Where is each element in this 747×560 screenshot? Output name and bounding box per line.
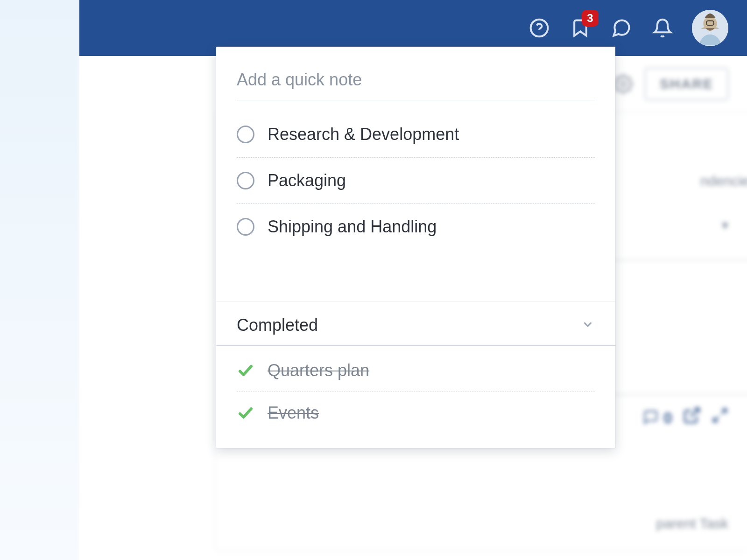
quick-note-panel: Research & Development Packaging Shippin… bbox=[216, 47, 615, 448]
user-avatar[interactable] bbox=[692, 10, 728, 46]
completed-task-list: Quarters plan Events bbox=[216, 346, 615, 434]
quick-note-input[interactable] bbox=[237, 70, 595, 100]
completed-heading: Completed bbox=[237, 315, 318, 335]
tab-label: ndencies bbox=[700, 173, 747, 189]
chevron-down-icon bbox=[581, 317, 595, 333]
task-label: Packaging bbox=[268, 171, 346, 190]
parent-task-label: parent Task bbox=[656, 516, 728, 532]
bookmark-icon[interactable]: 3 bbox=[569, 16, 592, 40]
open-task-list: Research & Development Packaging Shippin… bbox=[216, 108, 615, 250]
expand-icon[interactable] bbox=[712, 407, 728, 428]
bell-icon[interactable] bbox=[651, 16, 674, 40]
chat-icon[interactable] bbox=[610, 16, 633, 40]
task-action-icons: 0 bbox=[643, 406, 728, 429]
help-icon[interactable] bbox=[528, 16, 551, 40]
note-input-row bbox=[216, 47, 615, 108]
task-item-research-development[interactable]: Research & Development bbox=[237, 112, 595, 158]
dropdown-caret-icon[interactable]: ▾ bbox=[722, 217, 728, 233]
completed-toggle[interactable]: Completed bbox=[216, 301, 615, 346]
task-item-shipping-handling[interactable]: Shipping and Handling bbox=[237, 204, 595, 250]
check-icon bbox=[237, 404, 254, 422]
task-item-packaging[interactable]: Packaging bbox=[237, 158, 595, 204]
completed-task-label: Events bbox=[268, 403, 319, 423]
left-gradient-strip bbox=[0, 0, 79, 560]
radio-unchecked-icon[interactable] bbox=[237, 172, 254, 189]
notification-badge: 3 bbox=[582, 10, 599, 27]
completed-task-label: Quarters plan bbox=[268, 361, 369, 380]
settings-gear-icon[interactable] bbox=[612, 73, 634, 95]
task-label: Research & Development bbox=[268, 125, 459, 144]
radio-unchecked-icon[interactable] bbox=[237, 126, 254, 143]
completed-section: Completed Quarters plan Events bbox=[216, 301, 615, 434]
share-button[interactable]: SHARE bbox=[645, 68, 728, 100]
completed-item-quarters-plan[interactable]: Quarters plan bbox=[237, 350, 595, 392]
svg-line-1 bbox=[691, 408, 699, 417]
svg-point-0 bbox=[620, 81, 626, 86]
check-icon bbox=[237, 362, 254, 379]
task-label: Shipping and Handling bbox=[268, 217, 437, 237]
action-count: 0 bbox=[643, 408, 672, 427]
completed-item-events[interactable]: Events bbox=[237, 392, 595, 434]
radio-unchecked-icon[interactable] bbox=[237, 218, 254, 236]
open-external-icon[interactable] bbox=[683, 406, 701, 429]
